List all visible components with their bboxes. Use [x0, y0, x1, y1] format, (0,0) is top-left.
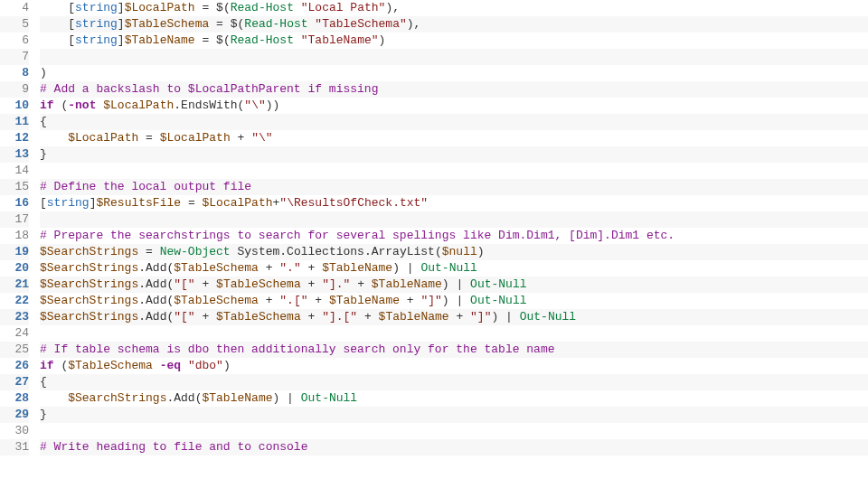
line-number: 22	[0, 293, 29, 309]
code-line[interactable]: $SearchStrings.Add($TableSchema + ".[" +…	[40, 293, 868, 309]
code-line[interactable]: }	[40, 146, 868, 163]
line-number: 18	[0, 228, 29, 244]
line-number: 27	[0, 374, 29, 390]
code-line[interactable]: if (-not $LocalPath.EndsWith("\"))	[40, 98, 868, 114]
code-line[interactable]: $SearchStrings.Add($TableSchema + "." + …	[40, 260, 868, 277]
line-number: 7	[0, 49, 29, 65]
line-number: 28	[0, 390, 29, 407]
code-line[interactable]: )	[40, 65, 868, 81]
code-line[interactable]	[40, 423, 868, 439]
code-line[interactable]: }	[40, 407, 868, 423]
code-line[interactable]: $LocalPath = $LocalPath + "\"	[40, 130, 868, 146]
code-line[interactable]: $SearchStrings.Add("[" + $TableSchema + …	[40, 277, 868, 293]
line-number: 30	[0, 423, 29, 439]
line-number: 13	[0, 146, 29, 163]
line-number: 31	[0, 439, 29, 455]
line-number: 14	[0, 163, 29, 179]
line-number: 17	[0, 211, 29, 228]
code-line[interactable]: # Prepare the searchstrings to search fo…	[40, 228, 868, 244]
code-line[interactable]: # If table schema is dbo then additional…	[40, 342, 868, 358]
code-line[interactable]: {	[40, 114, 868, 130]
code-line[interactable]: # Add a backslash to $LocalPathParent if…	[40, 81, 868, 98]
line-number: 23	[0, 309, 29, 325]
code-line[interactable]: # Define the local output file	[40, 179, 868, 195]
code-line[interactable]: [string]$TableSchema = $(Read-Host "Tabl…	[40, 16, 868, 33]
line-number: 9	[0, 81, 29, 98]
line-number: 21	[0, 277, 29, 293]
code-line[interactable]: [string]$LocalPath = $(Read-Host "Local …	[40, 0, 868, 16]
line-number: 11	[0, 114, 29, 130]
line-number: 6	[0, 33, 29, 49]
line-number: 26	[0, 358, 29, 374]
code-line[interactable]	[40, 325, 868, 342]
code-area[interactable]: [string]$LocalPath = $(Read-Host "Local …	[36, 0, 868, 488]
code-line[interactable]: {	[40, 374, 868, 390]
code-line[interactable]: $SearchStrings = New-Object System.Colle…	[40, 244, 868, 260]
line-number: 25	[0, 342, 29, 358]
code-line[interactable]: if ($TableSchema -eq "dbo")	[40, 358, 868, 374]
line-number: 8	[0, 65, 29, 81]
code-line[interactable]	[40, 163, 868, 179]
line-number: 16	[0, 195, 29, 211]
line-number: 15	[0, 179, 29, 195]
line-gutter: 4567891011121314151617181920212223242526…	[0, 0, 36, 488]
code-line[interactable]: [string]$ResultsFile = $LocalPath+"\Resu…	[40, 195, 868, 211]
code-line[interactable]: $SearchStrings.Add($TableName) | Out-Nul…	[40, 390, 868, 407]
code-line[interactable]: [string]$TableName = $(Read-Host "TableN…	[40, 33, 868, 49]
line-number: 4	[0, 0, 29, 16]
code-line[interactable]: # Write heading to file and to console	[40, 439, 868, 455]
line-number: 19	[0, 244, 29, 260]
line-number: 29	[0, 407, 29, 423]
code-line[interactable]	[40, 211, 868, 228]
code-line[interactable]: $SearchStrings.Add("[" + $TableSchema + …	[40, 309, 868, 325]
line-number: 10	[0, 98, 29, 114]
line-number: 20	[0, 260, 29, 277]
line-number: 5	[0, 16, 29, 33]
line-number: 12	[0, 130, 29, 146]
line-number: 24	[0, 325, 29, 342]
code-line[interactable]	[40, 49, 868, 65]
code-editor[interactable]: 4567891011121314151617181920212223242526…	[0, 0, 868, 488]
